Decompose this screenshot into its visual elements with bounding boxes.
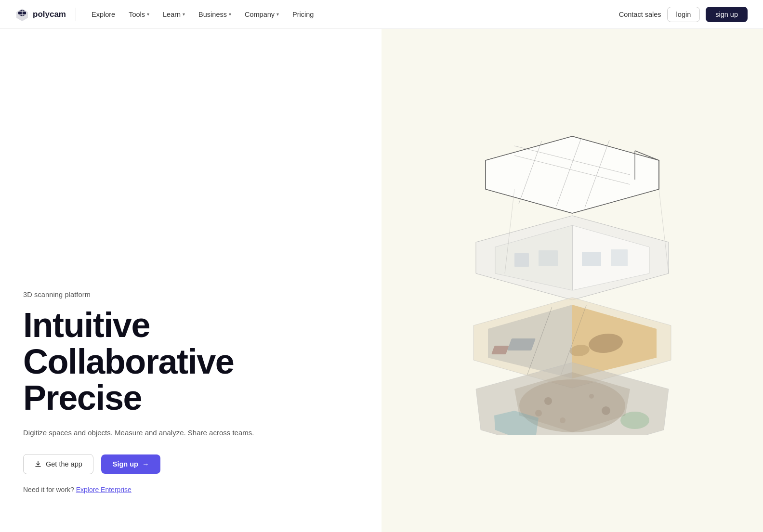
headline-line2: Collaborative [23, 342, 234, 381]
contact-sales-link[interactable]: Contact sales [619, 11, 661, 18]
svg-marker-0 [486, 136, 659, 213]
cta-buttons: Get the app Sign up → [23, 454, 274, 474]
building-3d-svg [447, 127, 697, 435]
svg-rect-11 [582, 252, 601, 266]
svg-point-30 [560, 417, 566, 423]
download-icon [34, 460, 42, 468]
svg-point-31 [602, 406, 610, 415]
login-button[interactable]: login [667, 7, 700, 22]
nav-divider [76, 8, 76, 21]
navbar: polycam Explore Tools ▾ Learn ▾ Business… [0, 0, 763, 29]
nav-explore[interactable]: Explore [86, 8, 121, 21]
chevron-down-icon: ▾ [276, 12, 279, 17]
hero-headline: Intuitive Collaborative Precise [23, 307, 274, 416]
svg-point-32 [535, 410, 542, 416]
svg-rect-12 [611, 249, 628, 266]
svg-point-34 [620, 412, 649, 429]
headline-line3: Precise [23, 378, 142, 417]
headline-line1: Intuitive [23, 306, 150, 344]
hero-left-panel: 3D scanning platform Intuitive Collabora… [0, 29, 382, 532]
nav-links: Explore Tools ▾ Learn ▾ Business ▾ Compa… [86, 8, 619, 21]
hero-signup-label: Sign up [113, 460, 138, 468]
nav-company[interactable]: Company ▾ [239, 8, 285, 21]
nav-learn[interactable]: Learn ▾ [157, 8, 191, 21]
work-cta-text: Need it for work? Explore Enterprise [23, 486, 274, 493]
svg-rect-13 [514, 253, 529, 267]
brand-name: polycam [33, 10, 66, 19]
hero-right-panel [382, 29, 763, 532]
hero-subtitle: 3D scanning platform [23, 291, 274, 298]
building-visualization [447, 127, 697, 435]
svg-point-28 [544, 397, 552, 405]
nav-actions: Contact sales login sign up [619, 7, 748, 22]
hero-signup-button[interactable]: Sign up → [101, 454, 161, 474]
explore-enterprise-link[interactable]: Explore Enterprise [76, 486, 132, 493]
main-layout: 3D scanning platform Intuitive Collabora… [0, 29, 763, 532]
chevron-down-icon: ▾ [183, 12, 185, 17]
nav-business[interactable]: Business ▾ [193, 8, 237, 21]
svg-point-29 [589, 394, 594, 399]
get-app-label: Get the app [46, 460, 82, 468]
chevron-down-icon: ▾ [229, 12, 231, 17]
nav-pricing[interactable]: Pricing [287, 8, 319, 21]
svg-rect-14 [539, 250, 558, 266]
brand-logo[interactable]: polycam [15, 8, 66, 21]
hero-body: Digitize spaces and objects. Measure and… [23, 427, 274, 439]
brand-logo-icon [15, 8, 29, 21]
get-app-button[interactable]: Get the app [23, 454, 93, 474]
nav-tools[interactable]: Tools ▾ [123, 8, 155, 21]
hero-content: 3D scanning platform Intuitive Collabora… [23, 291, 274, 493]
signup-button[interactable]: sign up [706, 7, 748, 22]
chevron-down-icon: ▾ [147, 12, 149, 17]
svg-rect-21 [507, 338, 536, 350]
arrow-right-icon: → [142, 460, 149, 468]
